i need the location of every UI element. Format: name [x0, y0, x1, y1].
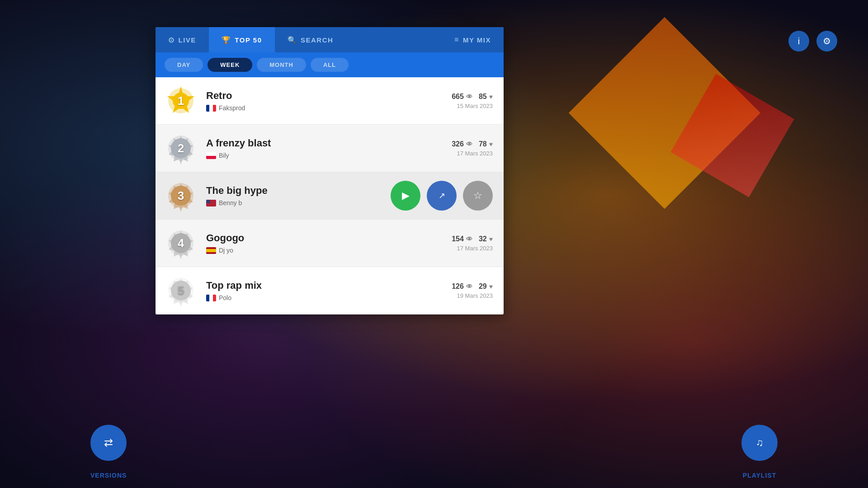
views-5: 126 👁: [452, 282, 472, 291]
flag-4: [206, 247, 216, 254]
author-name-2: Bily: [219, 152, 229, 159]
info-icon: i: [798, 36, 800, 47]
nav-live[interactable]: ⊙ LIVE: [156, 27, 209, 52]
rank-badge-3: 3: [165, 179, 197, 212]
track-author-4: Dj yo: [206, 247, 420, 254]
rank-number-5: 5: [178, 285, 184, 296]
info-button[interactable]: i: [788, 31, 809, 52]
filter-all[interactable]: ALL: [311, 58, 349, 72]
stats-row-4: 154 👁 32 ♥: [420, 235, 493, 243]
track-name-2: A frenzy blast: [206, 137, 420, 149]
track-stats-5: 126 👁 29 ♥ 19 Mars 2023: [420, 282, 493, 299]
views-2: 326 👁: [452, 140, 472, 148]
share-button[interactable]: ↗: [427, 181, 457, 211]
filter-day[interactable]: DAY: [165, 58, 203, 72]
rank-badge-4: 4: [165, 227, 197, 259]
track-name-3: The big hype: [206, 185, 391, 197]
live-icon: ⊙: [168, 36, 175, 44]
play-button[interactable]: ▶: [391, 181, 420, 211]
stats-row-2: 326 👁 78 ♥: [420, 140, 493, 148]
nav-top50-label: TOP 50: [235, 36, 262, 44]
track-row-5[interactable]: 5 Top rap mix Polo 126 👁 29 ♥: [156, 267, 504, 314]
eye-icon-5: 👁: [466, 283, 472, 290]
mymix-icon: ≡: [454, 36, 459, 44]
track-stats-4: 154 👁 32 ♥ 17 Mars 2023: [420, 235, 493, 252]
likes-5: 29 ♥: [479, 282, 493, 291]
eye-icon-2: 👁: [466, 141, 472, 148]
track-row-1[interactable]: 1 Retro Faksprod 665 👁 85 ♥: [156, 77, 504, 125]
eye-icon-4: 👁: [466, 235, 472, 243]
track-info-1: Retro Faksprod: [206, 90, 420, 112]
versions-button[interactable]: ⇄: [90, 425, 127, 461]
nav-search-label: SEARCH: [301, 36, 333, 44]
track-row-4[interactable]: 4 Gogogo Dj yo 154 👁 32 ♥: [156, 220, 504, 267]
track-name-4: Gogogo: [206, 232, 420, 244]
track-author-3: Benny b: [206, 199, 391, 206]
flag-2: [206, 152, 216, 159]
likes-count-4: 32: [479, 235, 487, 243]
likes-count-1: 85: [479, 93, 487, 101]
nav-live-label: LIVE: [179, 36, 196, 44]
nav-mymix-label: MY MIX: [463, 36, 491, 44]
author-name-5: Polo: [219, 294, 231, 301]
author-name-1: Faksprod: [219, 104, 245, 112]
author-name-3: Benny b: [219, 199, 242, 206]
track-date-5: 19 Mars 2023: [420, 292, 493, 299]
track-row-3[interactable]: 3 The big hype Benny b ▶ ↗ ☆: [156, 172, 504, 220]
favorite-button[interactable]: ☆: [463, 181, 493, 211]
track-row-2[interactable]: 2 A frenzy blast Bily 326 👁 78 ♥: [156, 125, 504, 172]
track-stats-2: 326 👁 78 ♥ 17 Mars 2023: [420, 140, 493, 157]
playlist-label: PLAYLIST: [741, 472, 778, 479]
track-name-1: Retro: [206, 90, 420, 102]
action-overlay-3: ▶ ↗ ☆: [391, 181, 493, 211]
stats-row-1: 665 👁 85 ♥: [420, 93, 493, 101]
stats-row-5: 126 👁 29 ♥: [420, 282, 493, 291]
track-info-5: Top rap mix Polo: [206, 280, 420, 301]
heart-icon-2: ♥: [489, 141, 493, 148]
rank-number-2: 2: [178, 142, 184, 154]
track-stats-1: 665 👁 85 ♥ 15 Mars 2023: [420, 93, 493, 109]
eye-icon-1: 👁: [466, 93, 472, 100]
views-count-5: 126: [452, 282, 464, 291]
track-author-2: Bily: [206, 152, 420, 159]
versions-label: VERSIONS: [90, 472, 127, 479]
rank-badge-2: 2: [165, 132, 197, 164]
rank-number-4: 4: [178, 237, 184, 249]
trophy-icon: 🏆: [222, 36, 231, 44]
likes-count-2: 78: [479, 140, 487, 148]
share-icon: ↗: [439, 191, 445, 201]
heart-icon-4: ♥: [489, 235, 493, 243]
flag-3: [206, 200, 216, 206]
track-date-1: 15 Mars 2023: [420, 103, 493, 109]
settings-button[interactable]: ⚙: [816, 31, 837, 52]
track-date-2: 17 Mars 2023: [420, 150, 493, 157]
versions-arrows-icon: ⇄: [104, 436, 113, 449]
flag-5: [206, 295, 216, 301]
main-panel: ⊙ LIVE 🏆 TOP 50 🔍 SEARCH ≡ MY MIX DAY WE…: [156, 27, 504, 314]
rank-number-3: 3: [178, 190, 184, 202]
nav-search[interactable]: 🔍 SEARCH: [275, 27, 346, 52]
track-author-5: Polo: [206, 294, 420, 301]
star-icon: ☆: [473, 190, 482, 202]
track-date-4: 17 Mars 2023: [420, 245, 493, 252]
filter-month[interactable]: MONTH: [257, 58, 306, 72]
heart-icon-5: ♥: [489, 283, 493, 290]
nav-mymix[interactable]: ≡ MY MIX: [442, 27, 504, 52]
track-list: 1 Retro Faksprod 665 👁 85 ♥: [156, 77, 504, 314]
views-4: 154 👁: [452, 235, 472, 243]
likes-2: 78 ♥: [479, 140, 493, 148]
author-name-4: Dj yo: [219, 247, 233, 254]
likes-4: 32 ♥: [479, 235, 493, 243]
nav-top50[interactable]: 🏆 TOP 50: [209, 27, 275, 52]
flag-1: [206, 105, 216, 112]
rank-badge-1: 1: [165, 84, 197, 117]
rank-badge-5: 5: [165, 274, 197, 307]
track-info-2: A frenzy blast Bily: [206, 137, 420, 159]
track-name-5: Top rap mix: [206, 280, 420, 291]
views-count-4: 154: [452, 235, 464, 243]
track-info-4: Gogogo Dj yo: [206, 232, 420, 254]
filter-week[interactable]: WEEK: [208, 58, 252, 72]
views-count-1: 665: [452, 93, 464, 101]
track-author-1: Faksprod: [206, 104, 420, 112]
playlist-button[interactable]: ♫: [741, 425, 778, 461]
